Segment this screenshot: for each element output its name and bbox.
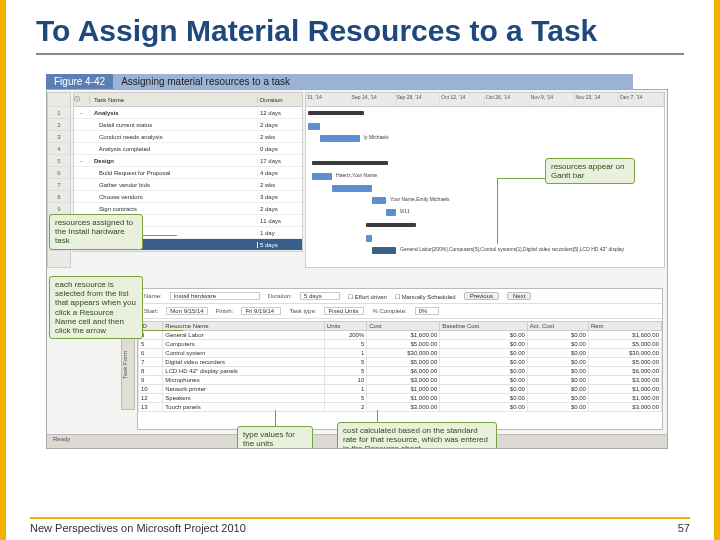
resource-row[interactable]: 12Speakers5$1,000.00$0.00$0.00$1,000.00 — [139, 394, 662, 403]
duration-label: Duration: — [268, 293, 292, 299]
gantt-body: ly Michaels Haertz,Your Name Your Name,E… — [306, 107, 664, 267]
footer-left: New Perspectives on Microsoft Project 20… — [30, 522, 246, 534]
resource-row[interactable]: 7Digital video recorders5$5,000.00$0.00$… — [139, 358, 662, 367]
summary-bar-analysis — [308, 111, 364, 115]
slide: To Assign Material Resources to a Task F… — [0, 0, 720, 540]
tasktype-field[interactable]: Fixed Units — [324, 307, 364, 315]
figure-label: Figure 4-42 — [46, 74, 113, 89]
task-row[interactable]: −Analysis12 days — [74, 107, 302, 119]
previous-button[interactable]: Previous — [464, 292, 499, 300]
figure-caption: Assigning material resources to a task — [113, 74, 633, 89]
task-row[interactable]: Choose vendors3 days — [74, 191, 302, 203]
gantt-timeline-header: 31, '14Sep 14, '14Sep 28, '14Oct 12, '14… — [306, 93, 664, 107]
task-row[interactable]: Build Request for Proposal4 days — [74, 167, 302, 179]
task-bar-selected[interactable] — [372, 247, 396, 254]
resource-row[interactable]: 5Computers5$5,000.00$0.00$0.00$5,000.00 — [139, 340, 662, 349]
resource-row[interactable]: 9Microphones10$3,000.00$0.00$0.00$3,000.… — [139, 376, 662, 385]
resource-row[interactable]: 3General Labor200%$1,600.00$0.00$0.00$1,… — [139, 331, 662, 340]
callout-type-units: type values for the units — [237, 426, 313, 449]
finish-label: Finish: — [216, 308, 234, 314]
task-row[interactable]: Detail current status2 days — [74, 119, 302, 131]
task-row[interactable]: −Design17 days — [74, 155, 302, 167]
task-table-header: ⓘ Task Name Duration — [74, 93, 302, 107]
project-screenshot: Gantt Chart Task Form 1 2 3 4 5 6 7 8 9 … — [46, 89, 668, 449]
slide-title: To Assign Material Resources to a Task — [36, 14, 684, 55]
start-field[interactable]: Mon 9/15/14 — [166, 307, 207, 315]
task-row[interactable]: Analysis completed0 days — [74, 143, 302, 155]
task-bar — [308, 123, 320, 130]
col-duration[interactable]: Duration — [258, 97, 302, 103]
slide-footer: New Perspectives on Microsoft Project 20… — [30, 517, 690, 534]
info-icon: ⓘ — [74, 95, 90, 104]
title-block: To Assign Material Resources to a Task — [6, 0, 714, 59]
callout-gantt-bar: resources appear on Gantt bar — [545, 158, 635, 184]
task-bar — [320, 135, 360, 142]
col-cost[interactable]: Cost — [367, 322, 440, 331]
col-task-name[interactable]: Task Name — [90, 97, 258, 103]
name-field[interactable]: Install hardware — [170, 292, 260, 300]
summary-bar-design — [312, 161, 388, 165]
task-bar — [312, 173, 332, 180]
figure-wrap: Figure 4-42Assigning material resources … — [46, 71, 674, 449]
task-bar — [372, 197, 386, 204]
complete-field[interactable]: 0% — [415, 307, 439, 315]
col-baseline-cost[interactable]: Baseline Cost — [440, 322, 528, 331]
complete-label: % Complete: — [372, 308, 406, 314]
callout-resources-assigned: resources assigned to the Install hardwa… — [49, 214, 143, 250]
start-label: Start: — [144, 308, 158, 314]
resource-row[interactable]: 8LCD HD 42" display panels5$6,000.00$0.0… — [139, 367, 662, 376]
finish-field[interactable]: Fri 9/19/14 — [241, 307, 281, 315]
col-resource-name[interactable]: Resource Name — [163, 322, 324, 331]
task-form-pane: Name: Install hardware Duration: 5 days … — [137, 288, 663, 430]
form-header-row2: Start: Mon 9/15/14 Finish: Fri 9/19/14 T… — [138, 304, 662, 319]
manually-scheduled-checkbox[interactable]: ☐ Manually Scheduled — [395, 293, 456, 300]
callout-cost-calc: cost calculated based on the standard ra… — [337, 422, 497, 449]
footer-page-number: 57 — [678, 522, 690, 534]
col-rem[interactable]: Rem — [588, 322, 661, 331]
resource-row[interactable]: 6Control system1$30,000.00$0.00$0.00$30,… — [139, 349, 662, 358]
effort-driven-checkbox[interactable]: ☐ Effort driven — [348, 293, 387, 300]
tasktype-label: Task type: — [289, 308, 316, 314]
duration-field[interactable]: 5 days — [300, 292, 340, 300]
next-button[interactable]: Next — [507, 292, 531, 300]
form-header-row1: Name: Install hardware Duration: 5 days … — [138, 289, 662, 304]
task-bar — [332, 185, 372, 192]
resource-table[interactable]: ID Resource Name Units Cost Baseline Cos… — [138, 321, 662, 412]
col-units[interactable]: Units — [324, 322, 366, 331]
task-row[interactable]: Gather vendor bids2 wks — [74, 179, 302, 191]
col-act-cost[interactable]: Act. Cost — [527, 322, 588, 331]
task-row[interactable]: Conduct needs analysis2 wks — [74, 131, 302, 143]
callout-resource-list: each resource is selected from the list … — [49, 276, 143, 339]
task-bar — [366, 235, 372, 242]
task-bar — [386, 209, 396, 216]
resource-row[interactable]: 10Network printer1$1,000.00$0.00$0.00$1,… — [139, 385, 662, 394]
name-label: Name: — [144, 293, 162, 299]
resource-row[interactable]: 13Touch panels2$3,000.00$0.00$0.00$3,000… — [139, 403, 662, 412]
summary-bar-install — [366, 223, 416, 227]
